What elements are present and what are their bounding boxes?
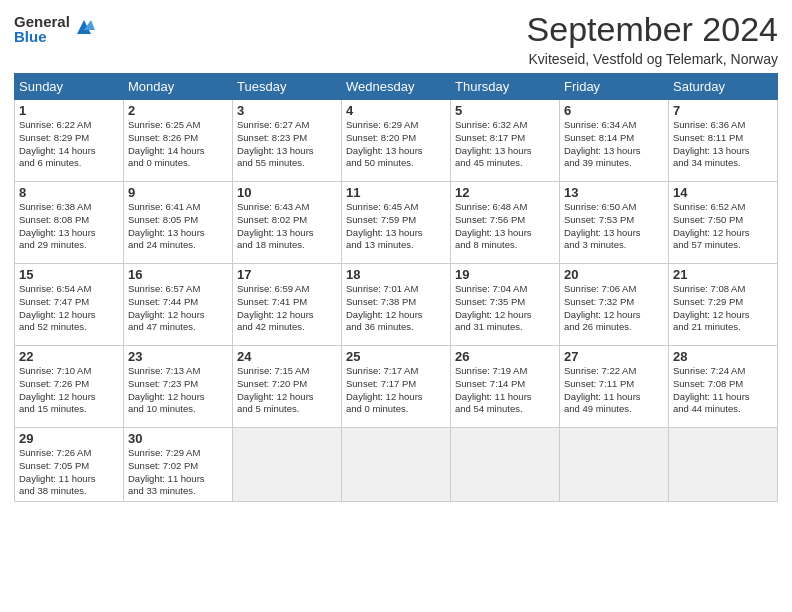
col-tuesday: Tuesday xyxy=(233,74,342,100)
day-number: 3 xyxy=(237,103,337,118)
location: Kviteseid, Vestfold og Telemark, Norway xyxy=(527,51,778,67)
day-number: 28 xyxy=(673,349,773,364)
table-row: 20Sunrise: 7:06 AMSunset: 7:32 PMDayligh… xyxy=(560,264,669,346)
header-row: Sunday Monday Tuesday Wednesday Thursday… xyxy=(15,74,778,100)
month-title: September 2024 xyxy=(527,10,778,49)
cell-details: Sunrise: 6:27 AMSunset: 8:23 PMDaylight:… xyxy=(237,119,337,170)
cell-details: Sunrise: 7:08 AMSunset: 7:29 PMDaylight:… xyxy=(673,283,773,334)
table-row xyxy=(451,428,560,502)
cell-details: Sunrise: 6:38 AMSunset: 8:08 PMDaylight:… xyxy=(19,201,119,252)
day-number: 6 xyxy=(564,103,664,118)
day-number: 15 xyxy=(19,267,119,282)
day-number: 2 xyxy=(128,103,228,118)
day-number: 17 xyxy=(237,267,337,282)
table-row xyxy=(669,428,778,502)
cell-details: Sunrise: 6:50 AMSunset: 7:53 PMDaylight:… xyxy=(564,201,664,252)
table-row: 13Sunrise: 6:50 AMSunset: 7:53 PMDayligh… xyxy=(560,182,669,264)
table-row: 21Sunrise: 7:08 AMSunset: 7:29 PMDayligh… xyxy=(669,264,778,346)
cell-details: Sunrise: 7:15 AMSunset: 7:20 PMDaylight:… xyxy=(237,365,337,416)
day-number: 20 xyxy=(564,267,664,282)
cell-details: Sunrise: 6:59 AMSunset: 7:41 PMDaylight:… xyxy=(237,283,337,334)
logo: General Blue xyxy=(14,14,95,44)
day-number: 13 xyxy=(564,185,664,200)
col-wednesday: Wednesday xyxy=(342,74,451,100)
col-thursday: Thursday xyxy=(451,74,560,100)
table-row: 9Sunrise: 6:41 AMSunset: 8:05 PMDaylight… xyxy=(124,182,233,264)
day-number: 5 xyxy=(455,103,555,118)
day-number: 10 xyxy=(237,185,337,200)
day-number: 14 xyxy=(673,185,773,200)
table-row: 28Sunrise: 7:24 AMSunset: 7:08 PMDayligh… xyxy=(669,346,778,428)
table-row: 19Sunrise: 7:04 AMSunset: 7:35 PMDayligh… xyxy=(451,264,560,346)
table-row: 17Sunrise: 6:59 AMSunset: 7:41 PMDayligh… xyxy=(233,264,342,346)
cell-details: Sunrise: 7:10 AMSunset: 7:26 PMDaylight:… xyxy=(19,365,119,416)
cell-details: Sunrise: 7:24 AMSunset: 7:08 PMDaylight:… xyxy=(673,365,773,416)
day-number: 1 xyxy=(19,103,119,118)
day-number: 12 xyxy=(455,185,555,200)
logo-text: General Blue xyxy=(14,14,70,44)
cell-details: Sunrise: 7:04 AMSunset: 7:35 PMDaylight:… xyxy=(455,283,555,334)
cell-details: Sunrise: 6:22 AMSunset: 8:29 PMDaylight:… xyxy=(19,119,119,170)
table-row: 11Sunrise: 6:45 AMSunset: 7:59 PMDayligh… xyxy=(342,182,451,264)
title-area: September 2024 Kviteseid, Vestfold og Te… xyxy=(527,10,778,67)
day-number: 18 xyxy=(346,267,446,282)
cell-details: Sunrise: 6:45 AMSunset: 7:59 PMDaylight:… xyxy=(346,201,446,252)
table-row: 5Sunrise: 6:32 AMSunset: 8:17 PMDaylight… xyxy=(451,100,560,182)
cell-details: Sunrise: 6:29 AMSunset: 8:20 PMDaylight:… xyxy=(346,119,446,170)
day-number: 25 xyxy=(346,349,446,364)
cell-details: Sunrise: 6:25 AMSunset: 8:26 PMDaylight:… xyxy=(128,119,228,170)
table-row: 22Sunrise: 7:10 AMSunset: 7:26 PMDayligh… xyxy=(15,346,124,428)
table-row: 3Sunrise: 6:27 AMSunset: 8:23 PMDaylight… xyxy=(233,100,342,182)
header: General Blue September 2024 Kviteseid, V… xyxy=(14,10,778,67)
table-row: 2Sunrise: 6:25 AMSunset: 8:26 PMDaylight… xyxy=(124,100,233,182)
col-friday: Friday xyxy=(560,74,669,100)
table-row: 30Sunrise: 7:29 AMSunset: 7:02 PMDayligh… xyxy=(124,428,233,502)
day-number: 8 xyxy=(19,185,119,200)
cell-details: Sunrise: 7:17 AMSunset: 7:17 PMDaylight:… xyxy=(346,365,446,416)
day-number: 24 xyxy=(237,349,337,364)
page-container: General Blue September 2024 Kviteseid, V… xyxy=(0,0,792,612)
logo-blue: Blue xyxy=(14,29,70,44)
cell-details: Sunrise: 6:34 AMSunset: 8:14 PMDaylight:… xyxy=(564,119,664,170)
day-number: 29 xyxy=(19,431,119,446)
day-number: 7 xyxy=(673,103,773,118)
table-row: 15Sunrise: 6:54 AMSunset: 7:47 PMDayligh… xyxy=(15,264,124,346)
table-row: 29Sunrise: 7:26 AMSunset: 7:05 PMDayligh… xyxy=(15,428,124,502)
cell-details: Sunrise: 6:36 AMSunset: 8:11 PMDaylight:… xyxy=(673,119,773,170)
table-row: 10Sunrise: 6:43 AMSunset: 8:02 PMDayligh… xyxy=(233,182,342,264)
col-saturday: Saturday xyxy=(669,74,778,100)
logo-general: General xyxy=(14,14,70,29)
day-number: 16 xyxy=(128,267,228,282)
day-number: 4 xyxy=(346,103,446,118)
table-row: 6Sunrise: 6:34 AMSunset: 8:14 PMDaylight… xyxy=(560,100,669,182)
cell-details: Sunrise: 7:26 AMSunset: 7:05 PMDaylight:… xyxy=(19,447,119,498)
table-row xyxy=(233,428,342,502)
day-number: 22 xyxy=(19,349,119,364)
day-number: 30 xyxy=(128,431,228,446)
day-number: 19 xyxy=(455,267,555,282)
cell-details: Sunrise: 7:22 AMSunset: 7:11 PMDaylight:… xyxy=(564,365,664,416)
table-row: 23Sunrise: 7:13 AMSunset: 7:23 PMDayligh… xyxy=(124,346,233,428)
cell-details: Sunrise: 6:43 AMSunset: 8:02 PMDaylight:… xyxy=(237,201,337,252)
day-number: 23 xyxy=(128,349,228,364)
cell-details: Sunrise: 7:06 AMSunset: 7:32 PMDaylight:… xyxy=(564,283,664,334)
day-number: 26 xyxy=(455,349,555,364)
day-number: 21 xyxy=(673,267,773,282)
day-number: 11 xyxy=(346,185,446,200)
col-sunday: Sunday xyxy=(15,74,124,100)
table-row xyxy=(560,428,669,502)
day-number: 27 xyxy=(564,349,664,364)
table-row: 8Sunrise: 6:38 AMSunset: 8:08 PMDaylight… xyxy=(15,182,124,264)
cell-details: Sunrise: 7:01 AMSunset: 7:38 PMDaylight:… xyxy=(346,283,446,334)
table-row: 27Sunrise: 7:22 AMSunset: 7:11 PMDayligh… xyxy=(560,346,669,428)
table-row: 16Sunrise: 6:57 AMSunset: 7:44 PMDayligh… xyxy=(124,264,233,346)
cell-details: Sunrise: 6:48 AMSunset: 7:56 PMDaylight:… xyxy=(455,201,555,252)
table-row: 12Sunrise: 6:48 AMSunset: 7:56 PMDayligh… xyxy=(451,182,560,264)
logo-icon xyxy=(73,16,95,38)
table-row: 14Sunrise: 6:52 AMSunset: 7:50 PMDayligh… xyxy=(669,182,778,264)
cell-details: Sunrise: 7:29 AMSunset: 7:02 PMDaylight:… xyxy=(128,447,228,498)
cell-details: Sunrise: 7:13 AMSunset: 7:23 PMDaylight:… xyxy=(128,365,228,416)
day-number: 9 xyxy=(128,185,228,200)
col-monday: Monday xyxy=(124,74,233,100)
cell-details: Sunrise: 6:32 AMSunset: 8:17 PMDaylight:… xyxy=(455,119,555,170)
